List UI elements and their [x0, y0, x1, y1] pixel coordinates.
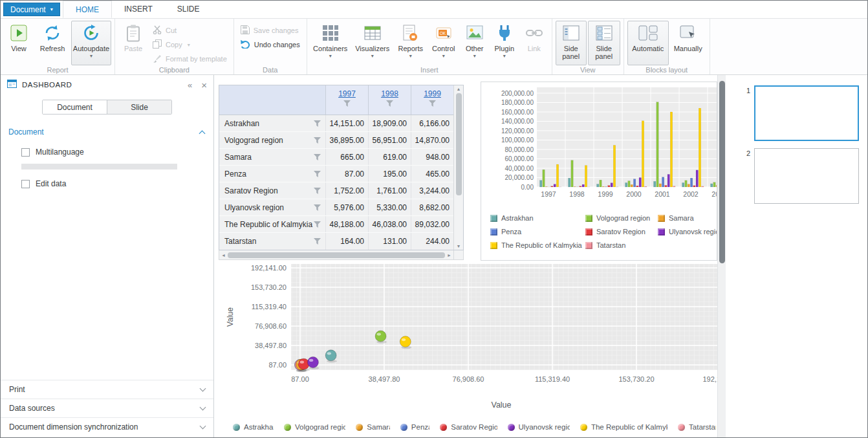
multilanguage-checkbox[interactable]: [21, 148, 30, 157]
scrollbar-thumb[interactable]: [719, 81, 725, 263]
scroll-down-icon[interactable]: ▼: [457, 244, 461, 248]
svg-text:115,319.40: 115,319.40: [252, 303, 287, 311]
table-row[interactable]: Samara665.00619.00948.00: [219, 149, 453, 166]
toggle-slide-button[interactable]: Slide: [107, 100, 171, 114]
scroll-left-icon[interactable]: ◄: [221, 253, 226, 257]
save-changes-button[interactable]: Save changes: [237, 23, 303, 38]
manually-button[interactable]: Manually: [670, 21, 706, 65]
slide-thumbnail[interactable]: 2: [726, 148, 867, 206]
toggle-document-button[interactable]: Document: [43, 100, 107, 114]
edit-data-checkbox[interactable]: [21, 180, 30, 188]
table-column-header[interactable]: 1999: [411, 85, 453, 115]
svg-text:153,730.20: 153,730.20: [251, 283, 287, 291]
filter-funnel-icon[interactable]: [429, 100, 436, 107]
cell-value: 5,976.00: [325, 199, 368, 215]
close-panel-icon[interactable]: ×: [201, 80, 207, 91]
slide-thumbnail[interactable]: 1: [726, 85, 867, 144]
table-corner-cell: [219, 85, 325, 115]
slide-panel-button[interactable]: Slide panel: [588, 21, 620, 65]
edit-data-checkbox-row[interactable]: Edit data: [21, 179, 66, 188]
svg-text:87.00: 87.00: [291, 375, 309, 383]
scatter-chart-element[interactable]: 87.0087.0038,497.8038,497.8076,908.6076,…: [219, 263, 717, 436]
legend-label: Samara: [367, 423, 390, 431]
control-button[interactable]: OK Control ▾: [428, 21, 459, 65]
slide-canvas[interactable]: [754, 85, 859, 141]
svg-text:2000: 2000: [626, 190, 642, 198]
visualizers-button[interactable]: Visualizers ▾: [352, 21, 393, 65]
view-button[interactable]: View: [4, 21, 34, 65]
chevron-up-icon: [199, 130, 206, 137]
side-panel-button[interactable]: Side panel: [556, 21, 587, 65]
data-sources-section-header[interactable]: Data sources: [1, 399, 213, 417]
scroll-up-icon[interactable]: ▲: [457, 87, 461, 91]
cut-scissors-icon: [153, 25, 162, 36]
legend-swatch: [490, 242, 497, 249]
region-table[interactable]: 199719981999Astrakhan14,151.0018,909.006…: [219, 85, 464, 260]
legend-label: Tatarstan: [689, 423, 716, 431]
legend-label: Astrakhan: [501, 214, 534, 222]
legend-dot: [508, 424, 515, 431]
table-row[interactable]: The Republic of Kalmykia48,188.0046,038.…: [219, 216, 453, 233]
filter-funnel-icon[interactable]: [314, 171, 321, 177]
containers-button[interactable]: Containers ▾: [310, 21, 351, 65]
format-by-template-button[interactable]: Format by template: [149, 52, 230, 66]
table-row[interactable]: Volgograd region36,895.0056,951.0014,870…: [219, 132, 453, 149]
slide-canvas[interactable]: [754, 148, 859, 204]
table-column-header[interactable]: 1997: [325, 85, 368, 115]
refresh-button[interactable]: Refresh: [35, 21, 70, 65]
other-button[interactable]: Other ▾: [461, 21, 489, 65]
legend-label: The Republic of Kalmykia: [501, 241, 582, 249]
column-header-link[interactable]: 1999: [424, 89, 441, 98]
cut-button[interactable]: Cut: [149, 23, 230, 38]
document-menu-button[interactable]: Document ▾: [3, 3, 60, 16]
filter-funnel-icon[interactable]: [343, 100, 351, 107]
scrollbar-thumb[interactable]: [228, 252, 445, 258]
table-row[interactable]: Penza87.00195.00465.00: [219, 166, 453, 182]
link-button[interactable]: Link: [520, 21, 548, 65]
table-horizontal-scrollbar[interactable]: ◄ ►: [219, 250, 454, 260]
svg-text:1997: 1997: [541, 190, 556, 198]
filter-funnel-icon[interactable]: [314, 188, 321, 194]
scroll-right-icon[interactable]: ►: [447, 253, 451, 257]
legend-label: Ulyanovsk region: [669, 228, 717, 235]
filter-funnel-icon[interactable]: [314, 238, 321, 245]
table-row[interactable]: Saratov Region1,752.001,761.003,244.00: [219, 182, 453, 199]
ribbon-group-view: Side panel Slide panel View: [552, 19, 624, 74]
filter-funnel-icon[interactable]: [314, 120, 321, 127]
undo-changes-button[interactable]: Undo changes: [237, 38, 303, 52]
filter-funnel-icon[interactable]: [314, 137, 321, 144]
filter-funnel-icon[interactable]: [314, 154, 321, 160]
dashboard-window-icon: [7, 80, 17, 90]
dimension-sync-section-header[interactable]: Document dimension synchronization: [1, 417, 213, 436]
table-row[interactable]: Tatarstan164.00131.00244.00: [219, 233, 453, 250]
filter-funnel-icon[interactable]: [314, 221, 321, 228]
autoupdate-button[interactable]: Autoupdate ▾: [71, 21, 111, 65]
document-section-header[interactable]: Document: [8, 127, 204, 137]
column-header-link[interactable]: 1998: [381, 89, 398, 98]
copy-button[interactable]: Copy ▾: [149, 38, 230, 52]
bar-chart-element[interactable]: 0.0020,000.0040,000.0060,000.0080,000.00…: [481, 82, 717, 261]
table-column-header[interactable]: 1998: [368, 85, 411, 115]
table-row[interactable]: Astrakhan14,151.0018,909.006,166.00: [219, 115, 453, 132]
paste-button[interactable]: Paste: [118, 21, 148, 65]
column-header-link[interactable]: 1997: [338, 89, 356, 98]
ribbon-group-clipboard: Paste Cut Copy ▾ Format by template: [115, 19, 234, 74]
filter-funnel-icon[interactable]: [386, 100, 393, 107]
scrollbar-thumb[interactable]: [456, 93, 462, 195]
automatic-button[interactable]: Automatic: [627, 21, 669, 65]
legend-item: Volgograd region: [585, 214, 658, 222]
tab-home[interactable]: HOME: [63, 1, 112, 18]
multilanguage-checkbox-row[interactable]: Multilanguage: [21, 148, 84, 157]
table-row[interactable]: Ulyanovsk region5,976.005,330.008,682.00: [219, 199, 453, 216]
filter-funnel-icon[interactable]: [314, 204, 321, 211]
automatic-layout-icon: [638, 23, 658, 43]
collapse-panel-icon[interactable]: «: [188, 80, 192, 90]
print-section-header[interactable]: Print: [1, 380, 213, 399]
side-panel-icon: [563, 23, 580, 43]
table-vertical-scrollbar[interactable]: ▲ ▼: [453, 85, 463, 250]
tab-insert[interactable]: INSERT: [112, 1, 165, 18]
tab-slide[interactable]: SLIDE: [165, 1, 212, 18]
main-vertical-scrollbar[interactable]: [717, 75, 726, 437]
plugin-button[interactable]: Plugin ▾: [490, 21, 519, 65]
reports-button[interactable]: Reports ▾: [395, 21, 427, 65]
